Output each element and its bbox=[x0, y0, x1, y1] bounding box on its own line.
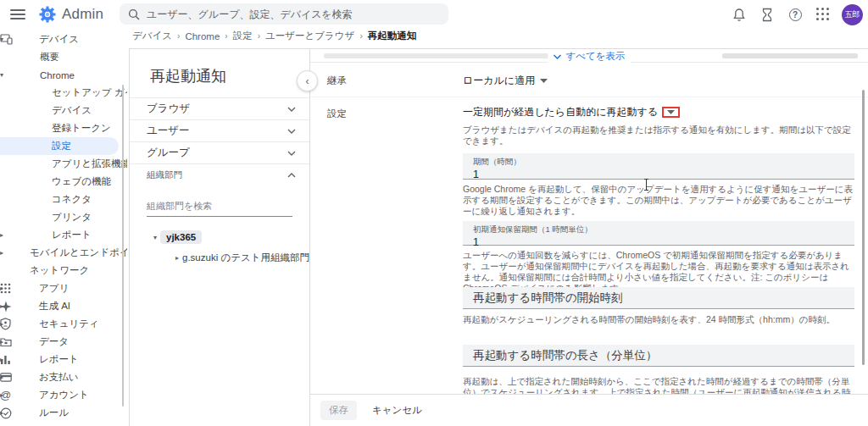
annotation-highlight-box bbox=[662, 107, 680, 118]
page-title: 再起動通知 bbox=[130, 49, 309, 97]
breadcrumb-settings[interactable]: 設定 bbox=[233, 30, 253, 42]
settings-section: 設定 一定期間が経過したら自動的に再起動する ブラウザまたはデバイスの再起動を推… bbox=[310, 97, 868, 394]
apps-icon bbox=[0, 283, 11, 294]
sidebar-item-gen-ai[interactable]: ▸ 生成 AI bbox=[0, 297, 127, 315]
sidebar-item-web-features[interactable]: ウェブの機能 bbox=[0, 173, 127, 191]
settings-main: すべてを表示 ‹ 継承 ローカルに適用 設定 一定期間が経過したら自動的に再起動… bbox=[310, 49, 868, 426]
sidebar-item-setup-guide[interactable]: セットアップ ガイド bbox=[0, 84, 127, 102]
sidebar-item-apps[interactable]: ▸ アプリ bbox=[0, 279, 127, 297]
sidebar-item-billing[interactable]: ▸ お支払い bbox=[0, 368, 127, 386]
main-scrollbar[interactable] bbox=[862, 90, 865, 365]
folder-icon bbox=[0, 337, 12, 347]
rules-icon bbox=[0, 407, 12, 419]
sidebar-item-apps-extensions[interactable]: アプリと拡張機能 bbox=[0, 155, 127, 173]
sparkle-icon bbox=[0, 301, 12, 313]
sidebar-item-networks[interactable]: ネットワーク bbox=[0, 262, 127, 279]
restart-window-start-description: 再起動がスケジューリングされる時間帯の開始時刻を表す、24 時間形式（hh:mm… bbox=[463, 314, 835, 325]
app-name: Admin bbox=[62, 6, 103, 23]
section-groups[interactable]: グループ bbox=[130, 141, 309, 163]
text-cursor bbox=[646, 180, 647, 190]
chevron-down-icon bbox=[287, 151, 296, 156]
chevron-down-icon bbox=[553, 54, 561, 59]
sidebar-item-chrome-reports[interactable]: ▸レポート bbox=[0, 226, 127, 244]
breadcrumb-devices[interactable]: デバイス bbox=[132, 30, 172, 42]
notifications-bell-icon[interactable] bbox=[730, 5, 748, 24]
sidebar-item-mobile-endpoints[interactable]: ▸モバイルとエンドポイント bbox=[0, 244, 127, 262]
triangle-down-icon: ▾ bbox=[0, 71, 3, 79]
initial-quiet-period-field[interactable]: 初期通知保留期間（1 時間単位） 1 bbox=[463, 221, 854, 246]
sidebar-item-settings-selected[interactable]: 設定 bbox=[0, 137, 119, 155]
admin-logo[interactable]: Admin bbox=[39, 6, 103, 23]
app-header: Admin ? 五郎 bbox=[0, 0, 868, 29]
tasks-hourglass-icon[interactable] bbox=[758, 5, 776, 24]
setting-description: ブラウザまたはデバイスの再起動を推奨または指示する通知を有効にします。期間は以下… bbox=[463, 124, 854, 147]
action-bar: 保存 キャンセル bbox=[310, 394, 868, 426]
avatar[interactable]: 五郎 bbox=[842, 4, 863, 25]
sidebar-item-printers[interactable]: プリンタ bbox=[0, 208, 127, 226]
triangle-right-icon: ▸ bbox=[0, 231, 3, 239]
apps-grid-icon[interactable] bbox=[814, 5, 832, 24]
dropdown-arrow-icon[interactable] bbox=[667, 110, 675, 114]
sidebar-item-account[interactable]: ▸ @ アカウント bbox=[0, 386, 127, 404]
sidebar-item-overview[interactable]: 概要 bbox=[0, 48, 127, 66]
breadcrumb: デバイス› Chrome› 設定› ユーザーとブラウザ› 再起動通知 bbox=[132, 30, 416, 42]
section-org-units[interactable]: 組織部門 bbox=[130, 163, 309, 185]
content-card: 再起動通知 ブラウザ ユーザー グループ 組織部門 ▾ yjk365 ▸ bbox=[129, 48, 868, 426]
triangle-down-icon: ▾ bbox=[150, 234, 160, 241]
help-icon[interactable]: ? bbox=[786, 5, 804, 24]
scope-panel: 再起動通知 ブラウザ ユーザー グループ 組織部門 ▾ yjk365 ▸ bbox=[130, 49, 310, 426]
sidebar-item-reports[interactable]: ▸ レポート bbox=[0, 351, 127, 368]
section-users[interactable]: ユーザー bbox=[130, 119, 309, 141]
restart-window-start-field[interactable]: 再起動する時間帯の開始時刻 bbox=[463, 287, 854, 309]
restart-window-length-field[interactable]: 再起動する時間帯の長さ（分単位） bbox=[463, 345, 854, 367]
faded-text-right bbox=[722, 53, 858, 58]
global-search-input[interactable] bbox=[147, 8, 440, 20]
sidebar-item-chrome[interactable]: ▾Chrome bbox=[0, 66, 127, 84]
section-browsers[interactable]: ブラウザ bbox=[130, 97, 309, 119]
org-unit-search-input[interactable] bbox=[147, 201, 292, 211]
global-search[interactable] bbox=[120, 3, 448, 25]
dropdown-arrow-icon bbox=[540, 79, 548, 83]
period-hours-field[interactable]: 期間（時間） 1 bbox=[463, 153, 854, 180]
showall-row: すべてを表示 bbox=[310, 49, 868, 63]
period-hours-description: Google Chrome を再起動して、保留中のアップデートを適用するように促… bbox=[463, 184, 854, 217]
save-button[interactable]: 保存 bbox=[320, 401, 357, 420]
org-unit-tree: ▾ yjk365 ▸ g.suzuki のテスト用組織部門 bbox=[130, 227, 309, 268]
chevron-up-icon bbox=[287, 173, 296, 178]
settings-label: 設定 bbox=[327, 108, 347, 120]
sidebar-item-rules[interactable]: ▸ ルール bbox=[0, 404, 127, 422]
cancel-button[interactable]: キャンセル bbox=[372, 404, 422, 417]
at-icon: @ bbox=[0, 389, 11, 401]
collapse-panel-button[interactable]: ‹ bbox=[297, 70, 318, 91]
org-unit-child[interactable]: ▸ g.suzuki のテスト用組織部門 bbox=[130, 247, 309, 268]
admin-gear-icon bbox=[39, 6, 56, 23]
sidebar-item-enroll-tokens[interactable]: 登録トークン bbox=[0, 119, 127, 137]
sidebar-item-chrome-devices[interactable]: デバイス bbox=[0, 102, 127, 119]
sidebar-item-data[interactable]: ▸ データ bbox=[0, 333, 127, 351]
breadcrumb-chrome[interactable]: Chrome bbox=[185, 31, 220, 41]
breadcrumb-current: 再起動通知 bbox=[368, 30, 417, 42]
show-all-link[interactable]: すべてを表示 bbox=[548, 50, 630, 63]
org-unit-search[interactable] bbox=[147, 197, 292, 217]
search-icon bbox=[128, 8, 140, 20]
triangle-right-icon: ▸ bbox=[172, 254, 182, 262]
inheritance-dropdown[interactable]: ローカルに適用 bbox=[463, 74, 548, 88]
shield-icon bbox=[0, 318, 11, 330]
org-unit-root[interactable]: ▾ yjk365 bbox=[130, 227, 309, 247]
bar-chart-icon bbox=[0, 355, 11, 365]
sidebar-item-connectors[interactable]: コネクタ bbox=[0, 191, 127, 208]
sidebar-item-security[interactable]: ▸ セキュリティ bbox=[0, 315, 127, 333]
sidebar-item-devices[interactable]: ▾ デバイス bbox=[0, 30, 127, 48]
inheritance-row: 継承 ローカルに適用 bbox=[310, 63, 868, 97]
devices-icon bbox=[0, 34, 13, 45]
breadcrumb-users-browsers[interactable]: ユーザーとブラウザ bbox=[265, 30, 354, 42]
inheritance-label: 継承 bbox=[327, 75, 347, 87]
payment-card-icon bbox=[0, 373, 12, 382]
chevron-down-icon bbox=[287, 129, 296, 134]
menu-icon[interactable] bbox=[10, 9, 25, 19]
sidebar: ▾ デバイス 概要 ▾Chrome セットアップ ガイド デバイス 登録トークン… bbox=[0, 30, 127, 426]
sidebar-scrollbar[interactable] bbox=[122, 85, 124, 407]
faded-text-left bbox=[324, 53, 563, 58]
restart-policy-dropdown[interactable]: 一定期間が経過したら自動的に再起動する bbox=[463, 105, 680, 119]
chevron-down-icon bbox=[287, 107, 296, 112]
